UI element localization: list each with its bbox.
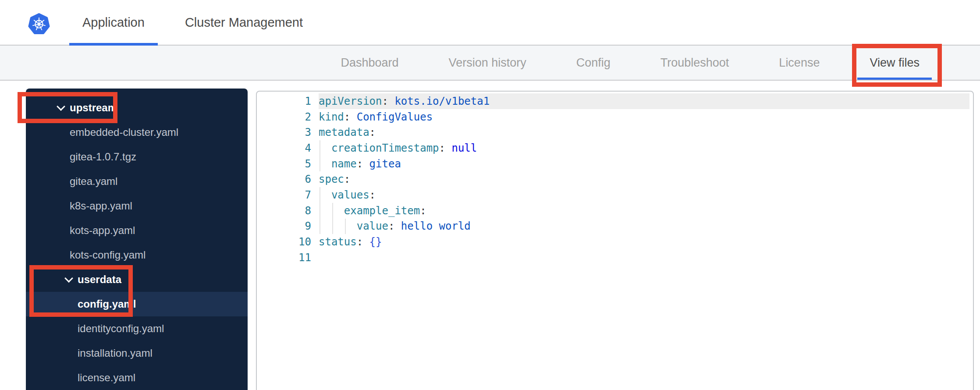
- tab-application[interactable]: Application: [69, 0, 158, 45]
- tree-file-config.yaml[interactable]: config.yaml: [26, 292, 248, 316]
- subnav-tab-label: Version history: [449, 56, 526, 70]
- file-label: identityconfig.yaml: [78, 323, 164, 335]
- tree-file-kots-config.yaml[interactable]: kots-config.yaml: [26, 243, 248, 267]
- subnav-tab-label: Dashboard: [341, 56, 399, 70]
- file-label: license.yaml: [78, 372, 135, 384]
- line-number: 2: [257, 111, 311, 123]
- code-line-5: 5 name: gitea: [257, 156, 973, 172]
- code-line-10: 10status: {}: [257, 234, 973, 250]
- subnav-tab-troubleshoot[interactable]: Troubleshoot: [648, 46, 742, 80]
- subnav-tab-label: License: [779, 56, 820, 70]
- tab-cluster-management-label: Cluster Management: [185, 15, 303, 30]
- file-label: gitea.yaml: [70, 175, 117, 188]
- tree-file-installation.yaml[interactable]: installation.yaml: [26, 341, 248, 365]
- code-text: spec:: [311, 173, 350, 185]
- tree-file-kots-app.yaml[interactable]: kots-app.yaml: [26, 218, 248, 243]
- subnav-tab-view-files[interactable]: View files: [857, 46, 932, 80]
- line-number: 9: [257, 220, 311, 232]
- tree-file-identityconfig.yaml[interactable]: identityconfig.yaml: [26, 316, 248, 341]
- file-label: installation.yaml: [78, 347, 153, 359]
- kubernetes-logo-icon: [27, 11, 51, 36]
- tree-file-license.yaml[interactable]: license.yaml: [26, 365, 248, 390]
- subnav-tab-version-history[interactable]: Version history: [437, 46, 539, 80]
- line-number: 10: [257, 236, 311, 248]
- tree-file-k8s-app.yaml[interactable]: k8s-app.yaml: [26, 194, 248, 218]
- file-label: kots-config.yaml: [70, 249, 146, 261]
- code-line-7: 7 values:: [257, 187, 973, 203]
- subnav-tab-label: View files: [870, 56, 920, 70]
- chevron-down-icon: [57, 102, 65, 111]
- folder-label: userdata: [78, 273, 121, 286]
- code-line-1: 1apiVersion: kots.io/v1beta1: [257, 93, 973, 109]
- file-viewer-editor[interactable]: 1apiVersion: kots.io/v1beta12kind: Confi…: [256, 91, 974, 390]
- file-label: k8s-app.yaml: [70, 200, 132, 212]
- folder-label: upstream: [70, 102, 117, 114]
- code-text: kind: ConfigValues: [311, 111, 433, 123]
- code-text: value: hello world: [311, 220, 471, 232]
- file-label: kots-app.yaml: [70, 224, 135, 237]
- subnav-tab-config[interactable]: Config: [564, 46, 623, 80]
- code-line-4: 4 creationTimestamp: null: [257, 140, 973, 156]
- file-tree-sidebar: upstreamembedded-cluster.yamlgitea-1.0.7…: [26, 89, 248, 390]
- code-text: metadata:: [311, 126, 376, 138]
- line-number: 1: [257, 95, 311, 107]
- editor-content: 1apiVersion: kots.io/v1beta12kind: Confi…: [257, 92, 973, 266]
- line-number: 11: [257, 252, 311, 264]
- code-text: name: gitea: [311, 158, 401, 170]
- kots-admin-console: Application Cluster Management Dashboard…: [0, 0, 980, 390]
- code-text: creationTimestamp: null: [311, 142, 477, 154]
- code-line-9: 9 value: hello world: [257, 219, 973, 234]
- line-number: 5: [257, 158, 311, 170]
- code-line-2: 2kind: ConfigValues: [257, 109, 973, 125]
- code-text: values:: [311, 189, 376, 201]
- tree-folder-upstream[interactable]: upstream: [26, 96, 248, 120]
- top-navbar: Application Cluster Management: [0, 0, 980, 46]
- code-line-6: 6spec:: [257, 171, 973, 187]
- line-number: 7: [257, 189, 311, 201]
- subnav-tab-label: Config: [576, 56, 611, 70]
- tree-folder-userdata[interactable]: userdata: [26, 267, 248, 292]
- line-number: 6: [257, 173, 311, 185]
- code-line-8: 8 example_item:: [257, 203, 973, 219]
- code-line-11: 11: [257, 250, 973, 266]
- line-number: 3: [257, 126, 311, 138]
- line-number: 4: [257, 142, 311, 154]
- tab-cluster-management[interactable]: Cluster Management: [172, 0, 316, 45]
- code-line-3: 3metadata:: [257, 124, 973, 140]
- app-subnav: DashboardVersion historyConfigTroublesho…: [0, 46, 980, 81]
- file-label: embedded-cluster.yaml: [70, 126, 178, 138]
- subnav-tab-license[interactable]: License: [767, 46, 832, 80]
- subnav-tab-label: Troubleshoot: [660, 56, 729, 70]
- subnav-tab-dashboard[interactable]: Dashboard: [329, 46, 411, 80]
- code-text: status: {}: [311, 236, 382, 248]
- tab-application-label: Application: [82, 15, 145, 30]
- tree-file-gitea-1.0.7.tgz[interactable]: gitea-1.0.7.tgz: [26, 145, 248, 169]
- file-label: gitea-1.0.7.tgz: [70, 151, 136, 163]
- top-tabs: Application Cluster Management: [69, 0, 316, 45]
- chevron-down-icon: [64, 274, 73, 283]
- code-text: example_item:: [311, 205, 426, 217]
- code-text: apiVersion: kots.io/v1beta1: [311, 95, 490, 107]
- tree-file-gitea.yaml[interactable]: gitea.yaml: [26, 169, 248, 194]
- file-label: config.yaml: [78, 298, 136, 310]
- tree-file-embedded-cluster.yaml[interactable]: embedded-cluster.yaml: [26, 120, 248, 145]
- line-number: 8: [257, 205, 311, 217]
- active-tab-underline: [857, 78, 932, 80]
